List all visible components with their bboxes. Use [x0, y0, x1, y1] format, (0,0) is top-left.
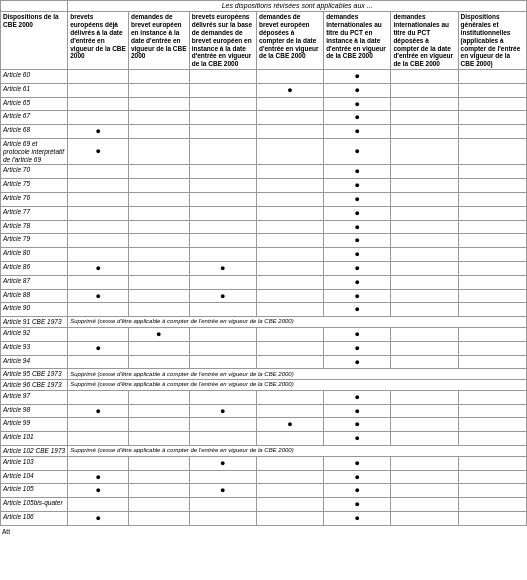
supprime-cell-17: Supprimé (cesse d'être applicable à comp… [68, 317, 527, 328]
table-row: Article 75● [1, 179, 527, 193]
row-label-28: Article 103 [1, 456, 68, 470]
table-row: Article 70● [1, 165, 527, 179]
dot-cell-15-1 [128, 289, 189, 303]
dot-cell-24-5 [391, 404, 458, 418]
dot-cell-6-5 [391, 165, 458, 179]
row-label-30: Article 105 [1, 484, 68, 498]
dot-cell-14-1 [128, 275, 189, 289]
row-label-10: Article 78 [1, 220, 68, 234]
row-label-5: Article 69 et protocole interprétatif de… [1, 138, 68, 164]
table-row: Article 65● [1, 97, 527, 111]
dot-cell-1-6 [458, 83, 526, 97]
table-row: Article 106●● [1, 512, 527, 526]
dot-cell-12-2 [189, 248, 256, 262]
row-label-4: Article 68 [1, 125, 68, 139]
main-table-wrapper: Les dispositions révisées sont applicabl… [0, 0, 527, 537]
table-row: Article 99●● [1, 418, 527, 432]
dot-cell-16-0 [68, 303, 129, 317]
dot-cell-18-1: ● [128, 327, 189, 341]
dot-cell-31-3 [256, 498, 323, 512]
dot-cell-18-0 [68, 327, 129, 341]
dot-cell-0-3 [256, 69, 323, 83]
dot-cell-28-1 [128, 456, 189, 470]
table-row: Article 86●●● [1, 261, 527, 275]
table-row: Article 104●● [1, 470, 527, 484]
dot-cell-3-5 [391, 111, 458, 125]
dot-cell-26-5 [391, 432, 458, 446]
row-label-13: Article 86 [1, 261, 68, 275]
col-header-5: demandes internationales au titre du PCT… [324, 12, 391, 70]
dot-cell-2-3 [256, 97, 323, 111]
dot-cell-0-0 [68, 69, 129, 83]
table-row: Article 93●● [1, 341, 527, 355]
row-label-22: Article 96 CBE 1973 [1, 380, 68, 391]
dot-cell-8-3 [256, 192, 323, 206]
table-row: Article 77● [1, 206, 527, 220]
col-header-3: brevets européens délivrés sur la base d… [189, 12, 256, 70]
dot-cell-1-1 [128, 83, 189, 97]
dot-cell-19-4: ● [324, 341, 391, 355]
dot-cell-8-6 [458, 192, 526, 206]
dot-cell-13-6 [458, 261, 526, 275]
col-header-6: demandes internationales au titre du PCT… [391, 12, 458, 70]
dot-cell-28-0 [68, 456, 129, 470]
table-row: Article 90● [1, 303, 527, 317]
dot-cell-13-3 [256, 261, 323, 275]
dot-cell-26-2 [189, 432, 256, 446]
dot-cell-19-0: ● [68, 341, 129, 355]
row-label-14: Article 87 [1, 275, 68, 289]
dot-cell-31-6 [458, 498, 526, 512]
supprime-cell-22: Supprimé (cesse d'être applicable à comp… [68, 380, 527, 391]
supprime-cell-27: Supprimé (cesse d'être applicable à comp… [68, 446, 527, 457]
dot-cell-20-5 [391, 355, 458, 369]
dot-cell-14-5 [391, 275, 458, 289]
dot-cell-32-0: ● [68, 512, 129, 526]
dot-cell-31-4: ● [324, 498, 391, 512]
dot-cell-32-6 [458, 512, 526, 526]
table-row: Article 94● [1, 355, 527, 369]
dot-cell-30-6 [458, 484, 526, 498]
dot-cell-0-1 [128, 69, 189, 83]
dot-cell-8-5 [391, 192, 458, 206]
dot-cell-16-5 [391, 303, 458, 317]
dot-cell-12-6 [458, 248, 526, 262]
column-headers-row: Dispositions de la CBE 2000 brevets euro… [1, 12, 527, 70]
dot-cell-16-6 [458, 303, 526, 317]
dot-cell-24-1 [128, 404, 189, 418]
dot-cell-5-2 [189, 138, 256, 164]
table-row: Article 92●● [1, 327, 527, 341]
dot-cell-20-3 [256, 355, 323, 369]
dot-cell-10-4: ● [324, 220, 391, 234]
dot-cell-11-1 [128, 234, 189, 248]
dot-cell-20-6 [458, 355, 526, 369]
disposition-table: Les dispositions révisées sont applicabl… [0, 0, 527, 526]
row-label-8: Article 76 [1, 192, 68, 206]
dot-cell-2-6 [458, 97, 526, 111]
dot-cell-30-4: ● [324, 484, 391, 498]
dot-cell-12-3 [256, 248, 323, 262]
dot-cell-28-5 [391, 456, 458, 470]
dot-cell-25-4: ● [324, 418, 391, 432]
dot-cell-3-0 [68, 111, 129, 125]
row-label-1: Article 61 [1, 83, 68, 97]
dot-cell-24-2: ● [189, 404, 256, 418]
dot-cell-25-3: ● [256, 418, 323, 432]
row-label-2: Article 65 [1, 97, 68, 111]
table-row: Article 105bis-quater● [1, 498, 527, 512]
dot-cell-15-2: ● [189, 289, 256, 303]
dot-cell-25-2 [189, 418, 256, 432]
dot-cell-13-4: ● [324, 261, 391, 275]
dot-cell-2-1 [128, 97, 189, 111]
dot-cell-30-0: ● [68, 484, 129, 498]
dot-cell-6-2 [189, 165, 256, 179]
row-label-18: Article 92 [1, 327, 68, 341]
dot-cell-2-5 [391, 97, 458, 111]
dot-cell-10-5 [391, 220, 458, 234]
dot-cell-23-1 [128, 390, 189, 404]
dot-cell-12-4: ● [324, 248, 391, 262]
row-label-25: Article 99 [1, 418, 68, 432]
dot-cell-26-3 [256, 432, 323, 446]
dot-cell-23-5 [391, 390, 458, 404]
dot-cell-31-1 [128, 498, 189, 512]
row-label-17: Article 91 CBE 1973 [1, 317, 68, 328]
